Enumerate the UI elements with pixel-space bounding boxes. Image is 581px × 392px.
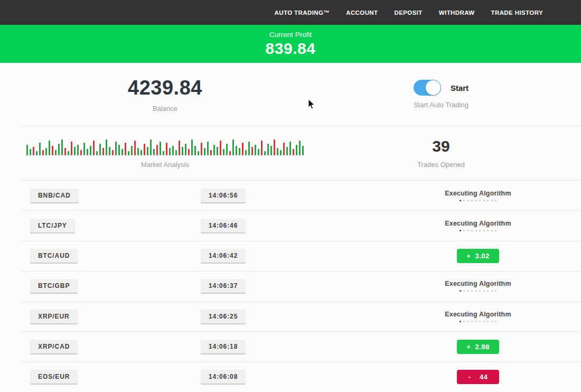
- market-bar: [74, 147, 76, 155]
- trade-row: XRP/CAD 14:06:18 + 2.98: [0, 331, 581, 361]
- trade-status-cell: Executing Algorithm: [399, 280, 557, 292]
- progress-dot-icon: [467, 321, 469, 322]
- market-bar: [115, 142, 117, 155]
- time-button[interactable]: 14:06:46: [201, 219, 246, 232]
- trades-opened-label: Trades Opened: [417, 161, 465, 169]
- market-bar: [185, 144, 186, 155]
- pair-button[interactable]: BNB/CAD: [30, 189, 79, 202]
- progress-dot-icon: [491, 200, 493, 201]
- progress-dot-icon: [471, 290, 473, 292]
- market-bar: [102, 148, 104, 155]
- market-bar: [112, 150, 114, 155]
- trades-list: BNB/CAD 14:06:56 Executing Algorithm LTC…: [0, 180, 581, 392]
- time-button[interactable]: 14:06:08: [201, 370, 246, 384]
- market-bar: [207, 142, 209, 155]
- market-bar: [140, 150, 142, 155]
- pair-button[interactable]: BTC/AUD: [30, 249, 78, 263]
- market-bar: [156, 145, 158, 155]
- time-button[interactable]: 14:06:56: [201, 189, 246, 202]
- progress-dot-icon: [463, 290, 465, 292]
- market-bar: [33, 147, 34, 155]
- market-bar: [182, 147, 183, 155]
- market-bar: [302, 146, 304, 155]
- market-bar: [223, 149, 224, 155]
- market-bar: [258, 149, 259, 155]
- market-bar: [204, 148, 205, 155]
- market-bar: [68, 151, 69, 155]
- market-bar: [71, 142, 72, 155]
- market-bar: [144, 144, 145, 155]
- market-analysis-label: Market Analysis: [141, 161, 189, 169]
- nav-item[interactable]: WITHDRAW: [439, 10, 475, 16]
- progress-dot-icon: [471, 321, 473, 322]
- progress-dot-icon: [463, 230, 465, 231]
- progress-dots: [460, 290, 497, 292]
- market-bar: [39, 143, 41, 155]
- time-button[interactable]: 14:06:18: [201, 340, 246, 353]
- progress-dot-icon: [475, 321, 477, 322]
- market-bar: [106, 139, 107, 155]
- market-bar: [293, 149, 294, 155]
- progress-dot-icon: [475, 290, 477, 292]
- market-bar: [245, 150, 247, 155]
- market-bar: [179, 141, 180, 155]
- market-bar: [90, 146, 91, 155]
- nav-item[interactable]: ACCOUNT: [346, 10, 378, 16]
- market-analysis-section: Market Analysis 39 Trades Opened: [0, 126, 581, 180]
- time-button[interactable]: 14:06:37: [201, 279, 246, 293]
- progress-dot-icon: [487, 200, 489, 201]
- nav-item[interactable]: AUTO TRADING™: [275, 10, 330, 16]
- market-bar: [93, 141, 95, 155]
- market-bar: [299, 141, 301, 155]
- pair-button[interactable]: XRP/CAD: [30, 340, 78, 353]
- top-nav: AUTO TRADING™ ACCOUNT DEPOSIT WITHDRAW T…: [0, 0, 581, 25]
- executing-algorithm-label: Executing Algorithm: [445, 190, 511, 197]
- trade-status-cell: Executing Algorithm: [399, 311, 557, 322]
- market-bar: [131, 146, 133, 155]
- market-bar: [251, 147, 253, 155]
- market-bar: [217, 147, 218, 155]
- balance-value: 4239.84: [128, 77, 202, 99]
- current-profit-label: Current Profit: [269, 31, 312, 39]
- nav-item[interactable]: TRADE HISTORY: [491, 10, 543, 16]
- market-bar: [220, 141, 221, 155]
- auto-trading-toggle[interactable]: [414, 80, 441, 96]
- pair-button[interactable]: EOS/EUR: [30, 370, 78, 384]
- progress-dot-icon: [479, 230, 481, 231]
- market-bar: [150, 139, 152, 155]
- market-bar: [160, 142, 161, 155]
- market-bar: [201, 143, 202, 155]
- market-bar: [58, 144, 60, 155]
- trade-row: BTC/GBP 14:06:37 Executing Algorithm: [0, 271, 581, 301]
- pair-button[interactable]: XRP/EUR: [30, 310, 78, 323]
- market-bar: [99, 144, 101, 155]
- balance-label: Balance: [153, 105, 177, 113]
- pair-button[interactable]: BTC/GBP: [30, 279, 78, 293]
- market-bar: [121, 149, 123, 155]
- progress-dot-icon: [475, 200, 477, 201]
- trade-row: XRP/EUR 14:06:25 Executing Algorithm: [0, 301, 581, 331]
- market-bar: [64, 148, 66, 155]
- nav-item[interactable]: DEPOSIT: [395, 10, 423, 16]
- market-bar: [236, 146, 237, 155]
- progress-dot-icon: [491, 230, 493, 231]
- market-bar: [232, 139, 234, 155]
- market-bar: [96, 151, 98, 155]
- pair-button[interactable]: LTC/JPY: [30, 219, 75, 232]
- market-bar: [188, 149, 190, 155]
- trades-opened-value: 39: [432, 137, 449, 155]
- market-bar: [109, 147, 110, 155]
- progress-dot-icon: [491, 321, 493, 322]
- time-button[interactable]: 14:06:25: [201, 310, 246, 323]
- market-bar: [198, 151, 199, 155]
- progress-dot-icon: [483, 321, 485, 322]
- market-bar: [147, 147, 148, 155]
- market-bar: [80, 150, 82, 155]
- market-bar: [296, 145, 297, 155]
- progress-dot-icon: [495, 200, 496, 201]
- market-bar: [87, 149, 88, 155]
- progress-dot-icon: [495, 230, 496, 231]
- market-bar: [163, 151, 164, 155]
- time-button[interactable]: 14:06:42: [201, 249, 246, 263]
- market-bar: [49, 141, 50, 155]
